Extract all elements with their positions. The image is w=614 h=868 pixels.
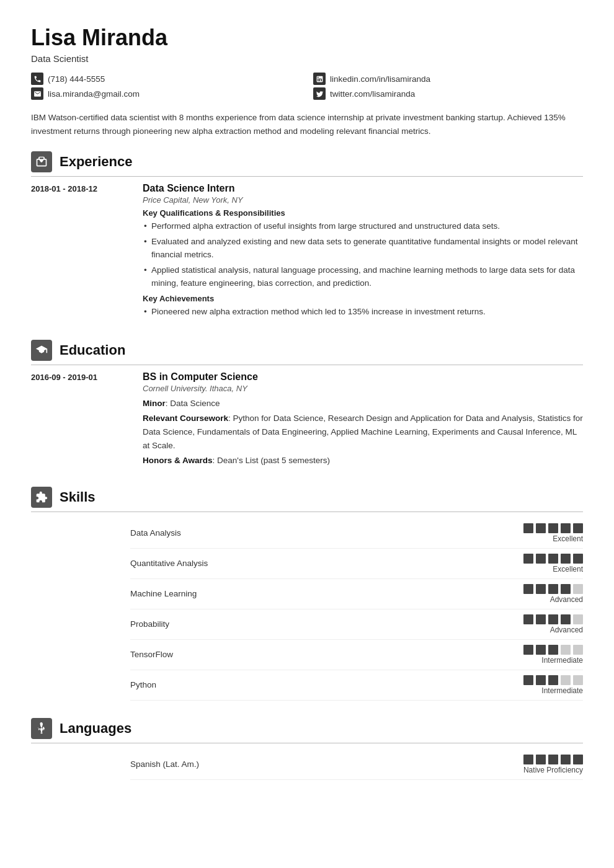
skill-dot — [548, 614, 558, 624]
skill-dots — [523, 645, 583, 655]
education-date: 2016-09 - 2019-01 — [31, 371, 130, 469]
languages-icon — [31, 718, 52, 739]
skill-row: TensorFlowIntermediate — [130, 640, 583, 670]
minor-value: Data Science — [170, 399, 220, 408]
skill-dot — [536, 584, 546, 594]
education-content: BS in Computer Science Cornell Universit… — [143, 371, 583, 469]
skill-dot — [536, 554, 546, 564]
twitter-icon — [313, 87, 326, 100]
education-header: Education — [31, 340, 583, 365]
candidate-title: Data Scientist — [31, 53, 583, 64]
experience-header: Experience — [31, 151, 583, 177]
skill-row: Quantitative AnalysisExcellent — [130, 549, 583, 579]
skills-list: Data AnalysisExcellentQuantitative Analy… — [31, 518, 583, 701]
skill-name: Quantitative Analysis — [130, 559, 208, 568]
education-title: Education — [60, 342, 125, 358]
skill-level-label: Advanced — [550, 595, 583, 604]
skill-dot — [523, 645, 533, 655]
skill-row: Spanish (Lat. Am.)Native Proficiency — [130, 750, 583, 780]
skill-rating: Native Proficiency — [523, 755, 583, 774]
coursework-detail: Relevant Coursework: Python for Data Sci… — [143, 412, 583, 452]
skill-row: ProbabilityAdvanced — [130, 609, 583, 640]
skill-dots — [523, 554, 583, 564]
skill-rating: Intermediate — [523, 675, 583, 695]
coursework-label: Relevant Coursework — [143, 414, 228, 423]
skill-name: Spanish (Lat. Am.) — [130, 760, 199, 769]
skill-name: Python — [130, 680, 156, 689]
phone-contact: (718) 444-5555 — [31, 73, 301, 85]
skill-dot — [523, 554, 533, 564]
degree-title: BS in Computer Science — [143, 371, 583, 383]
skill-name: Probability — [130, 619, 169, 629]
contact-info: (718) 444-5555 linkedin.com/in/lisamiran… — [31, 73, 583, 100]
twitter-text: twitter.com/lisamiranda — [330, 89, 415, 99]
honors-detail: Honors & Awards: Dean's List (past 5 sem… — [143, 454, 583, 467]
education-section: Education 2016-09 - 2019-01 BS in Comput… — [31, 340, 583, 469]
skill-rating: Excellent — [523, 523, 583, 543]
skill-dots — [523, 584, 583, 594]
qualification-2: Applied statistical analysis, natural la… — [143, 264, 583, 290]
experience-section: Experience 2018-01 - 2018-12 Data Scienc… — [31, 151, 583, 322]
skill-dot — [523, 523, 533, 533]
skills-icon — [31, 487, 52, 508]
skill-level-label: Advanced — [550, 626, 583, 634]
languages-title: Languages — [60, 720, 131, 737]
experience-date: 2018-01 - 2018-12 — [31, 183, 130, 322]
skill-name: Data Analysis — [130, 528, 181, 538]
skill-dot — [536, 523, 546, 533]
skill-dots — [523, 614, 583, 624]
skill-rating: Excellent — [523, 554, 583, 574]
skills-section: Skills Data AnalysisExcellentQuantitativ… — [31, 487, 583, 701]
skill-rating: Advanced — [523, 584, 583, 604]
skill-name: Machine Learning — [130, 589, 197, 598]
qualification-1: Evaluated and analyzed existing and new … — [143, 236, 583, 262]
qualifications-label: Key Qualifications & Responsibilities — [143, 208, 583, 218]
experience-entry-0: 2018-01 - 2018-12 Data Science Intern Pr… — [31, 183, 583, 322]
skill-dot — [561, 554, 571, 564]
skill-dots — [523, 523, 583, 533]
skill-dot — [573, 614, 583, 624]
email-contact: lisa.miranda@gmail.com — [31, 87, 301, 100]
skill-dot — [548, 755, 558, 764]
linkedin-text: linkedin.com/in/lisamiranda — [330, 74, 430, 84]
job-title: Data Science Intern — [143, 183, 583, 194]
skill-dot — [523, 675, 533, 685]
skill-level-label: Excellent — [553, 534, 583, 543]
minor-label: Minor — [143, 399, 166, 408]
skill-rating: Intermediate — [523, 645, 583, 665]
skill-row: Machine LearningAdvanced — [130, 579, 583, 609]
skill-dot — [548, 523, 558, 533]
skill-row: PythonIntermediate — [130, 670, 583, 701]
achievement-0: Pioneered new alpha extraction method wh… — [143, 306, 583, 319]
summary-text: IBM Watson-certified data scientist with… — [31, 111, 583, 138]
experience-title: Experience — [60, 154, 132, 170]
skill-dot — [561, 614, 571, 624]
email-text: lisa.miranda@gmail.com — [48, 89, 140, 99]
skill-dot — [536, 755, 546, 764]
job-org: Price Capital, New York, NY — [143, 195, 583, 205]
skill-dot — [548, 675, 558, 685]
skill-level-label: Intermediate — [541, 656, 583, 665]
education-icon — [31, 340, 52, 361]
skill-dot — [548, 554, 558, 564]
email-icon — [31, 87, 43, 100]
skill-dot — [573, 584, 583, 594]
skill-dot — [561, 675, 571, 685]
skill-dot — [561, 645, 571, 655]
skill-dots — [523, 675, 583, 685]
languages-header: Languages — [31, 718, 583, 743]
achievements-list: Pioneered new alpha extraction method wh… — [143, 306, 583, 319]
skill-level-label: Excellent — [553, 565, 583, 574]
phone-icon — [31, 73, 43, 85]
skill-dot — [548, 584, 558, 594]
skill-dot — [561, 523, 571, 533]
qualifications-list: Performed alpha extraction of useful ins… — [143, 220, 583, 290]
skill-rating: Advanced — [523, 614, 583, 634]
skill-dot — [548, 645, 558, 655]
qualification-0: Performed alpha extraction of useful ins… — [143, 220, 583, 233]
skill-dot — [561, 755, 571, 764]
skills-title: Skills — [60, 489, 95, 505]
skills-header: Skills — [31, 487, 583, 512]
twitter-contact: twitter.com/lisamiranda — [313, 87, 583, 100]
skill-dot — [573, 554, 583, 564]
